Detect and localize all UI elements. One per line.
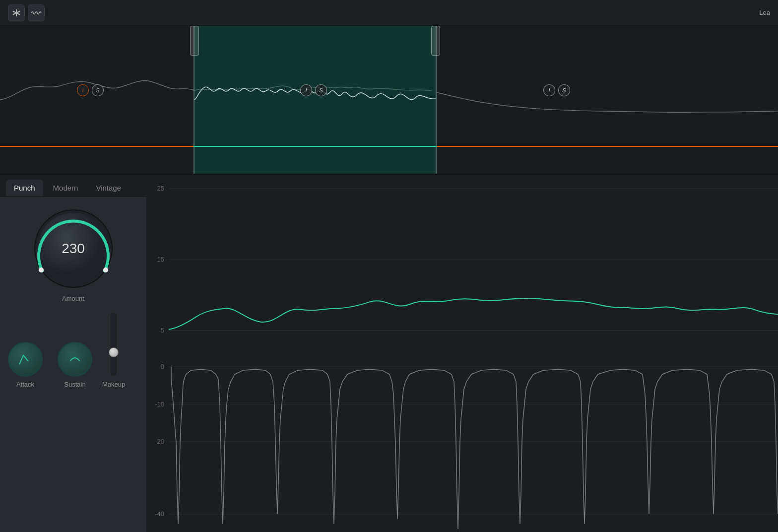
controls-area: 230 Amount Attack <box>0 197 146 532</box>
marker-s-left[interactable]: S <box>92 84 104 96</box>
graph-area: 25 15 5 0 -10 -20 -40 <box>146 175 778 532</box>
svg-point-5 <box>39 267 44 272</box>
tab-modern[interactable]: Modern <box>45 180 86 196</box>
asterisk-button[interactable] <box>8 4 25 21</box>
selection-region[interactable] <box>194 26 437 174</box>
marker-badge-left: I S <box>77 84 104 96</box>
amount-knob-container: 230 Amount <box>31 206 116 302</box>
marker-i-left[interactable]: I <box>77 84 89 96</box>
svg-text:25: 25 <box>157 185 164 192</box>
makeup-slider-thumb[interactable] <box>109 347 119 357</box>
svg-text:-40: -40 <box>155 510 164 518</box>
right-panel: 25 15 5 0 -10 -20 -40 <box>146 175 778 532</box>
marker-badge-right: I S <box>543 84 570 96</box>
makeup-label: Makeup <box>102 381 125 388</box>
attack-knob-container: Attack <box>8 342 43 388</box>
selection-handle-right[interactable] <box>431 26 440 56</box>
marker-s-center[interactable]: S <box>315 84 327 96</box>
waveform-overview: I S I S I S <box>0 26 778 175</box>
tabs-bar: Punch Modern Vintage <box>0 175 146 197</box>
marker-i-right[interactable]: I <box>543 84 555 96</box>
attack-icon <box>16 350 34 368</box>
makeup-slider-container: Makeup <box>102 312 125 388</box>
waveform-button[interactable] <box>28 4 45 21</box>
svg-point-6 <box>103 267 108 272</box>
graph-svg: 25 15 5 0 -10 -20 -40 <box>146 175 778 532</box>
sustain-label: Sustain <box>64 381 85 388</box>
tab-vintage[interactable]: Vintage <box>88 180 129 196</box>
svg-text:-10: -10 <box>155 400 164 408</box>
top-right-label: Lea <box>759 9 770 16</box>
svg-text:-20: -20 <box>155 438 164 445</box>
attack-knob[interactable] <box>8 342 43 377</box>
svg-text:0: 0 <box>161 363 164 370</box>
svg-text:5: 5 <box>161 327 164 334</box>
selection-handle-left[interactable] <box>190 26 199 56</box>
selection-waveform <box>194 26 436 174</box>
top-bar: Lea <box>0 0 778 26</box>
small-knobs: Attack Sustain <box>8 342 92 388</box>
attack-label: Attack <box>16 381 34 388</box>
main-content: Punch Modern Vintage <box>0 175 778 532</box>
green-line-selection <box>194 146 437 147</box>
sustain-icon <box>66 350 84 368</box>
amount-knob[interactable]: 230 <box>31 206 116 291</box>
svg-text:15: 15 <box>157 256 164 263</box>
makeup-slider-track[interactable] <box>110 312 118 377</box>
tab-punch[interactable]: Punch <box>6 180 43 196</box>
marker-i-center[interactable]: I <box>300 84 312 96</box>
marker-badge-center: I S <box>300 84 327 96</box>
marker-s-right[interactable]: S <box>558 84 570 96</box>
amount-label: Amount <box>62 295 84 302</box>
sustain-knob-container: Sustain <box>58 342 92 388</box>
sustain-knob[interactable] <box>58 342 92 377</box>
bottom-controls: Attack Sustain <box>8 312 138 388</box>
amount-value: 230 <box>62 241 85 257</box>
left-panel: Punch Modern Vintage <box>0 175 146 532</box>
